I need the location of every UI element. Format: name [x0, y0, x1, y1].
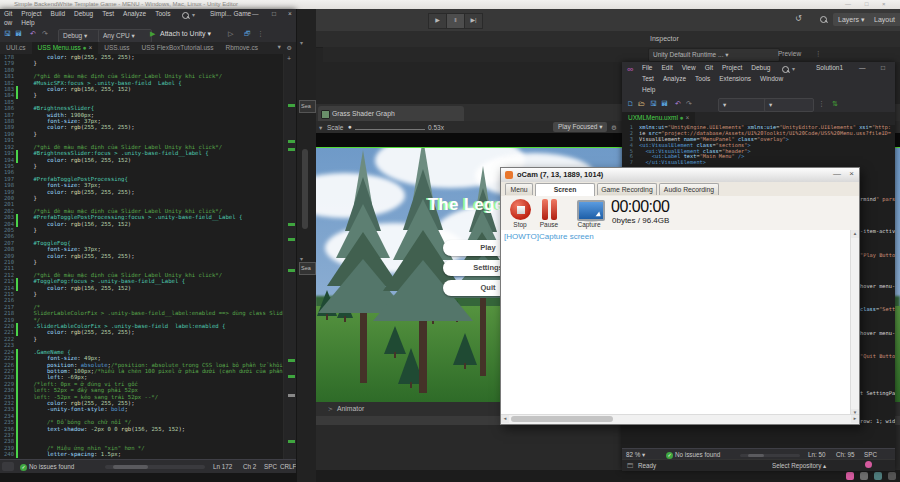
- redo-icon[interactable]: ↷: [686, 100, 692, 108]
- scroll-plus-icon[interactable]: +: [287, 55, 291, 62]
- maximize-icon[interactable]: □: [881, 64, 885, 71]
- scroll-left-icon[interactable]: ◄: [501, 415, 509, 423]
- scroll-up-icon[interactable]: ▲: [851, 230, 859, 238]
- hscroll-thumb[interactable]: [511, 416, 613, 422]
- debug-config-dropdown[interactable]: Debug ▾: [58, 29, 102, 43]
- kebab-menu-icon[interactable]: ⋮: [815, 50, 822, 58]
- vsr-issues[interactable]: ✓No issues found: [666, 451, 720, 459]
- vsr-hscrollbar[interactable]: [740, 454, 800, 457]
- menu-item-edit[interactable]: Edit: [661, 64, 672, 71]
- window-tool-icon[interactable]: 🗗: [244, 30, 251, 37]
- pause-button-icon2[interactable]: [551, 199, 557, 220]
- pause-button-label[interactable]: Pause: [534, 221, 564, 228]
- strip-dropdown-icon[interactable]: ▾: [300, 39, 303, 46]
- search-icon[interactable]: [182, 12, 189, 19]
- filter-icon[interactable]: ▼: [277, 44, 282, 50]
- ocam-tab-audio-recording[interactable]: Audio Recording: [659, 183, 719, 195]
- vsr-extra-icon[interactable]: ⋮: [818, 100, 825, 108]
- undo-history-icon[interactable]: ↺: [795, 14, 802, 23]
- repo-status-icon[interactable]: [865, 461, 872, 468]
- tab-uss-menu-uss[interactable]: USS Menu.uss ● ×: [32, 42, 99, 54]
- menu-item-tools[interactable]: Tools: [695, 75, 710, 82]
- tab-uss-flexboxtutorial-uss[interactable]: USS FlexBoxTutorial.uss: [136, 42, 220, 54]
- vsl-code-editor[interactable]: 178 color: rgb(255, 255, 255);179 }18018…: [0, 54, 283, 459]
- search-icon[interactable]: [782, 66, 789, 73]
- services-icon[interactable]: [874, 472, 882, 480]
- new-file-icon[interactable]: 🗋: [627, 100, 634, 107]
- undo-icon[interactable]: ↶: [30, 30, 36, 38]
- menu-item-debug[interactable]: Debug: [751, 64, 770, 71]
- feedback-icon[interactable]: [2, 462, 14, 471]
- console-icon[interactable]: [860, 472, 868, 480]
- gear-icon[interactable]: ⚙: [287, 44, 292, 51]
- menu-item-project[interactable]: Project: [722, 64, 742, 71]
- strip-scroll-thumb[interactable]: [302, 149, 308, 229]
- save-all-icon[interactable]: 🖬: [15, 30, 22, 37]
- capture-button-icon[interactable]: [577, 200, 605, 221]
- menu-item-tools[interactable]: Tools: [155, 10, 170, 17]
- vsl-issues[interactable]: ✓No issues found: [20, 463, 74, 471]
- vsr-zoom-level[interactable]: 82 % ▾: [626, 451, 645, 458]
- menu-item-test[interactable]: Test: [642, 75, 654, 82]
- menu-item-file[interactable]: File: [642, 64, 652, 71]
- maximize-icon[interactable]: □: [272, 10, 276, 17]
- undo-icon[interactable]: ↶: [675, 100, 681, 108]
- menu-item-test[interactable]: Test: [102, 10, 114, 17]
- menu-item-git[interactable]: Git: [705, 64, 713, 71]
- minimize-icon[interactable]: —: [859, 64, 866, 71]
- save-icon[interactable]: 🖫: [4, 30, 11, 37]
- vsr-config-dropdown[interactable]: ▾: [718, 98, 768, 112]
- ocam-minimize-icon[interactable]: —: [833, 169, 841, 178]
- vsl-scrollbar[interactable]: +: [283, 54, 297, 459]
- open-folder-icon[interactable]: 🗁: [638, 100, 645, 107]
- more-tools-icon[interactable]: ⋮: [257, 30, 264, 38]
- start-without-debug-icon[interactable]: ▷: [228, 30, 233, 38]
- run-play-icon[interactable]: ▶: [150, 30, 155, 38]
- menu-item-git[interactable]: Git: [4, 10, 12, 17]
- search-dropdown-icon[interactable]: ▾: [792, 65, 795, 72]
- minimize-icon[interactable]: —: [252, 10, 259, 17]
- stop-button-label[interactable]: Stop: [505, 221, 535, 228]
- menu-item-extensions[interactable]: Extensions: [719, 75, 751, 82]
- menu-item-analyze[interactable]: Analyze: [123, 10, 146, 17]
- window-controls-icons[interactable]: — □ ×: [845, 0, 891, 9]
- menu-item-build[interactable]: Build: [51, 10, 65, 17]
- pause-button-icon[interactable]: [542, 199, 548, 220]
- capture-button-label[interactable]: Capture: [574, 221, 604, 228]
- tab-uxmlmenu[interactable]: UXMLMenu.uxml ● ×: [622, 112, 695, 125]
- save-icon[interactable]: 🖫: [650, 100, 657, 107]
- ocam-vscrollbar[interactable]: ▲ ▼: [850, 230, 859, 417]
- menu-item-window[interactable]: Window: [760, 75, 783, 82]
- tab-uui-cs[interactable]: UUI.cs: [0, 42, 32, 54]
- search-icon[interactable]: [820, 16, 827, 23]
- gear-icon[interactable]: ⚙: [611, 124, 617, 132]
- preview-button[interactable]: Preview: [778, 50, 801, 57]
- platform-dropdown[interactable]: Any CPU ▾: [98, 29, 152, 43]
- pause-button[interactable]: ‖: [446, 13, 465, 29]
- play-focused-dropdown[interactable]: Play Focused ▾: [553, 122, 607, 132]
- vsl-hscrollbar[interactable]: [105, 465, 205, 469]
- menu-item-analyze[interactable]: Analyze: [663, 75, 686, 82]
- ocam-close-icon[interactable]: ×: [849, 169, 854, 178]
- menu-item-project[interactable]: Project: [21, 10, 41, 17]
- notification-icon[interactable]: [846, 472, 854, 480]
- ocam-tab-menu[interactable]: Menu: [505, 183, 533, 195]
- play-button[interactable]: ▶: [428, 13, 447, 29]
- scale-slider-track[interactable]: [355, 129, 425, 130]
- howto-capture-link[interactable]: [HOWTO]Capture screen: [504, 232, 594, 241]
- step-button[interactable]: ▶|: [464, 13, 483, 29]
- menu-item-help[interactable]: Help: [642, 86, 655, 93]
- scroll-right-icon[interactable]: ►: [851, 415, 859, 423]
- runtime-theme-dropdown[interactable]: Unity Default Runtime ... ▾: [648, 48, 780, 62]
- save-all-icon[interactable]: 🖬: [661, 100, 668, 107]
- close-icon[interactable]: ×: [288, 10, 292, 17]
- menu-item-help[interactable]: Help: [21, 19, 34, 26]
- grid-icon[interactable]: [888, 472, 896, 480]
- tab-rbmove-cs[interactable]: Rbmove.cs: [220, 42, 265, 54]
- tab-uss-uss[interactable]: USS.uss: [98, 42, 135, 54]
- layers-dropdown[interactable]: Layers ▾: [833, 13, 871, 26]
- strip-search-box2[interactable]: Sea: [299, 262, 316, 275]
- ocam-hscrollbar[interactable]: ◄ ►: [501, 414, 859, 424]
- layout-dropdown[interactable]: Layout: [869, 13, 900, 26]
- ocam-tab-screen-recording[interactable]: Screen Recording: [535, 183, 595, 196]
